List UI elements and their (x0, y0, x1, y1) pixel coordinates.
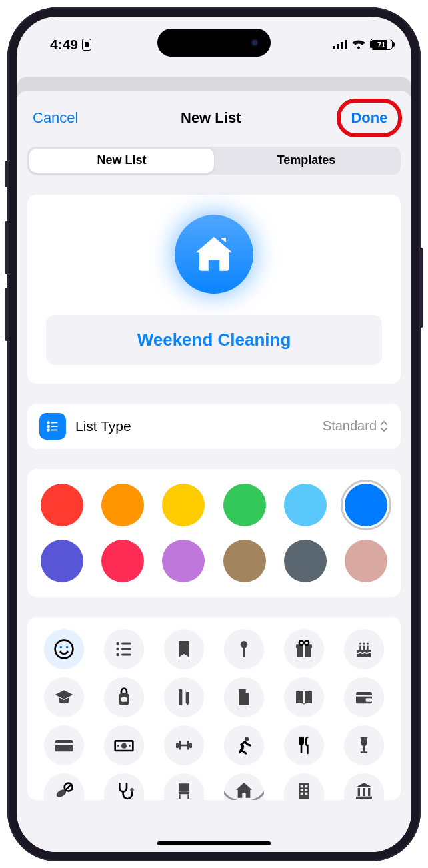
icon-option-gift[interactable] (284, 629, 324, 669)
gift-icon (293, 638, 315, 660)
color-swatch[interactable] (101, 484, 144, 526)
icon-option-cake[interactable] (344, 629, 384, 669)
done-button[interactable]: Done (351, 109, 387, 127)
color-swatch[interactable] (345, 484, 387, 526)
icon-option-cash[interactable] (104, 725, 144, 765)
color-swatch[interactable] (101, 540, 144, 582)
list-type-icon (39, 413, 66, 440)
pin-icon (233, 638, 255, 660)
icon-option-book[interactable] (284, 677, 324, 717)
list-type-label: List Type (75, 418, 313, 434)
dynamic-island (157, 29, 271, 57)
icon-option-ruler-pencil[interactable] (164, 677, 204, 717)
icon-option-stethoscope[interactable] (104, 773, 144, 800)
svg-point-0 (47, 422, 49, 424)
running-icon (233, 735, 255, 756)
rotation-lock-icon (82, 39, 91, 51)
segment-templates[interactable]: Templates (214, 149, 399, 173)
building-icon (293, 780, 315, 800)
stethoscope-icon (113, 780, 135, 800)
sheet-title: New List (181, 109, 241, 127)
bookmark-icon (173, 638, 195, 660)
house-icon (192, 232, 236, 276)
chevron-up-down-icon (379, 420, 389, 432)
icon-option-wineglass[interactable] (344, 725, 384, 765)
color-swatch[interactable] (223, 484, 266, 526)
gradcap-icon (53, 687, 75, 708)
color-swatch[interactable] (223, 540, 266, 582)
wifi-icon (351, 39, 366, 50)
list-icon (113, 638, 135, 660)
smiley-icon (53, 638, 75, 660)
house-icon (233, 780, 255, 800)
credit-card-icon (53, 735, 75, 756)
segment-new-list[interactable]: New List (29, 149, 214, 173)
status-time: 4:49 (50, 37, 78, 53)
cash-icon (113, 735, 135, 756)
icon-option-pills[interactable] (44, 773, 84, 800)
icon-option-document[interactable] (224, 677, 264, 717)
document-icon (233, 687, 255, 708)
list-type-row[interactable]: List Type Standard (27, 404, 401, 449)
color-swatch[interactable] (162, 540, 205, 582)
backpack-icon (113, 687, 135, 708)
wineglass-icon (353, 735, 375, 756)
cancel-button[interactable]: Cancel (33, 109, 78, 127)
dumbbell-icon (173, 735, 195, 756)
color-picker-card (27, 469, 401, 597)
icon-picker-card (27, 617, 401, 800)
ruler-pencil-icon (173, 687, 195, 708)
chair-icon (173, 780, 195, 800)
list-preview-card (27, 195, 401, 384)
cake-icon (353, 638, 375, 660)
icon-option-running[interactable] (224, 725, 264, 765)
icon-option-building[interactable] (284, 773, 324, 800)
icon-option-wallet[interactable] (344, 677, 384, 717)
icon-option-chair[interactable] (164, 773, 204, 800)
pills-icon (53, 780, 75, 800)
home-indicator[interactable] (157, 841, 271, 845)
book-icon (293, 687, 315, 708)
color-swatch[interactable] (162, 484, 205, 526)
list-name-input[interactable] (46, 315, 382, 365)
institution-icon (353, 780, 375, 800)
color-swatch[interactable] (284, 484, 327, 526)
icon-option-dumbbell[interactable] (164, 725, 204, 765)
icon-option-smiley[interactable] (44, 629, 84, 669)
list-type-value: Standard (323, 418, 389, 434)
icon-option-list[interactable] (104, 629, 144, 669)
icon-option-pin[interactable] (224, 629, 264, 669)
color-swatch[interactable] (284, 540, 327, 582)
new-list-sheet: Cancel New List Done New List Templates (17, 91, 411, 852)
svg-point-4 (47, 429, 49, 431)
icon-option-gradcap[interactable] (44, 677, 84, 717)
icon-option-fork-knife[interactable] (284, 725, 324, 765)
wallet-icon (353, 687, 375, 708)
color-swatch[interactable] (345, 540, 387, 582)
svg-point-2 (47, 425, 49, 427)
icon-option-institution[interactable] (344, 773, 384, 800)
icon-option-bookmark[interactable] (164, 629, 204, 669)
icon-option-credit-card[interactable] (44, 725, 84, 765)
icon-option-house[interactable] (224, 773, 264, 800)
cellular-icon (333, 40, 347, 49)
fork-knife-icon (293, 735, 315, 756)
color-swatch[interactable] (41, 484, 83, 526)
list-icon-preview[interactable] (175, 215, 253, 294)
battery-icon: 71 (370, 39, 393, 50)
segmented-control[interactable]: New List Templates (27, 147, 401, 175)
icon-option-backpack[interactable] (104, 677, 144, 717)
color-swatch[interactable] (41, 540, 83, 582)
